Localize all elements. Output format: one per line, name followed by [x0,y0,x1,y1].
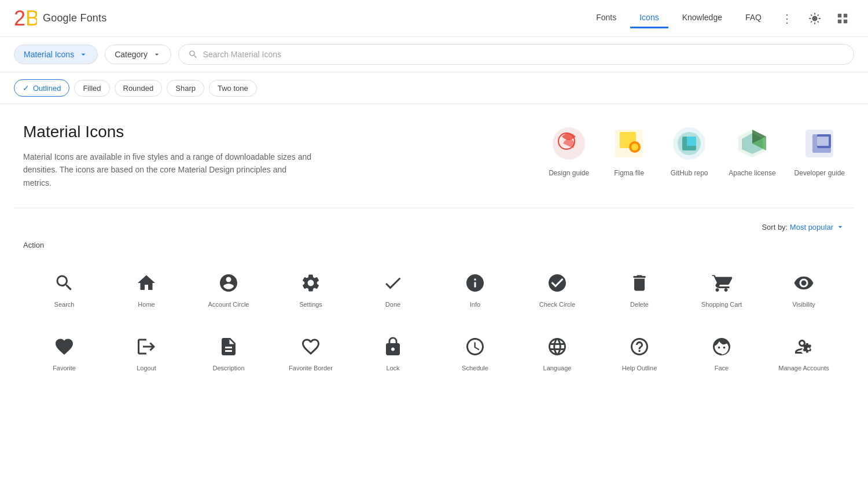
icon-logout[interactable]: Logout [105,327,187,386]
github-repo-label: GitHub repo [671,169,708,177]
icon-favorite-label: Favorite [53,364,76,372]
category-heading: Action [23,241,845,249]
developer-guide-label: Developer guide [795,169,845,177]
search-input[interactable] [203,50,844,59]
chip-outlined-label: Outlined [33,84,61,93]
nav-fonts[interactable]: Fonts [587,8,626,28]
icon-shopping-cart[interactable]: Shopping Cart [681,263,763,322]
logo-text: Google Fonts [43,12,106,24]
check-icon: ✓ [23,83,30,93]
lock-icon [382,336,403,357]
more-icon[interactable]: ⋮ [775,7,799,30]
settings-icon [300,273,321,293]
header-icons: ⋮ [775,7,854,30]
favorite-icon [54,336,75,357]
sort-chevron-icon [836,222,845,231]
icon-check-circle[interactable]: Check Circle [516,263,598,322]
chip-sharp[interactable]: Sharp [167,80,204,97]
nav-icons[interactable]: Icons [630,8,668,28]
sort-value: Most popular [790,223,833,231]
icon-search-label: Search [54,300,75,308]
svg-text:2B: 2B [14,7,37,30]
icon-language-label: Language [543,364,572,372]
chip-rounded[interactable]: Rounded [115,80,163,97]
category-dropdown[interactable]: Category [105,45,171,64]
language-icon [547,336,568,357]
github-repo-icon [668,123,710,164]
icon-face[interactable]: Face [681,327,763,386]
icon-schedule[interactable]: Schedule [434,327,516,386]
icon-language[interactable]: Language [516,327,598,386]
icon-info[interactable]: Info [434,263,516,322]
nav-faq[interactable]: FAQ [736,8,771,28]
banner-section: Material Icons Material Icons are availa… [0,104,868,208]
theme-icon[interactable] [803,7,826,30]
icon-description[interactable]: Description [187,327,270,386]
icon-schedule-label: Schedule [462,364,488,372]
search-bar[interactable] [178,44,854,65]
icon-settings[interactable]: Settings [270,263,352,322]
header: 2B Google Fonts Fonts Icons Knowledge FA… [0,0,868,37]
chip-outlined[interactable]: ✓ Outlined [14,79,69,97]
home-icon [136,273,157,293]
category-label: Category [115,50,148,59]
design-guide-link[interactable]: Design guide [548,123,590,177]
icon-visibility[interactable]: Visibility [763,263,845,322]
done-icon [382,273,403,293]
banner-title: Material Icons [23,123,312,141]
figma-file-icon [608,123,650,164]
icon-settings-label: Settings [299,300,322,308]
icons-section: Sort by: Most popular Action Search Home… [0,208,868,400]
github-repo-link[interactable]: GitHub repo [668,123,710,177]
icon-favorite-border[interactable]: Favorite Border [270,327,352,386]
shopping-cart-icon [711,273,732,293]
svg-rect-18 [817,137,829,146]
apache-license-link[interactable]: Apache license [729,123,775,177]
icon-help-outline-label: Help Outline [622,364,657,372]
icon-done[interactable]: Done [352,263,434,322]
icons-grid-row2: Favorite Logout Description Favorite Bor… [23,327,845,386]
search-icon [188,49,198,60]
chip-rounded-label: Rounded [123,84,154,93]
icon-account-circle[interactable]: Account Circle [187,263,270,322]
favorite-border-icon [300,336,321,357]
chip-filled-label: Filled [83,84,101,93]
figma-file-link[interactable]: Figma file [608,123,650,177]
apache-license-icon [731,123,773,164]
icon-manage-accounts[interactable]: Manage Accounts [763,327,845,386]
material-icons-label: Material Icons [24,50,74,59]
logo-area: 2B Google Fonts [14,7,106,30]
delete-icon [629,273,650,293]
chip-twotone[interactable]: Two tone [209,80,257,97]
face-icon [711,336,732,357]
search-icon [54,273,75,293]
nav-knowledge[interactable]: Knowledge [673,8,731,28]
icon-home[interactable]: Home [105,263,187,322]
design-guide-icon [548,123,590,164]
figma-file-label: Figma file [614,169,644,177]
sort-bar: Sort by: Most popular [23,222,845,231]
sort-label: Sort by: [762,223,788,231]
svg-rect-10 [687,137,696,146]
icon-delete-label: Delete [630,300,649,308]
icon-info-label: Info [470,300,480,308]
icon-favorite[interactable]: Favorite [23,327,105,386]
icon-check-circle-label: Check Circle [539,300,575,308]
icon-search[interactable]: Search [23,263,105,322]
grid-view-icon[interactable] [831,7,854,30]
info-icon [465,273,486,293]
developer-guide-link[interactable]: Developer guide [795,123,845,177]
banner-links: Design guide Figma file [548,123,845,177]
apache-license-label: Apache license [729,169,775,177]
google-logo-icon: 2B [14,7,37,30]
icon-help-outline[interactable]: Help Outline [598,327,681,386]
description-icon [218,336,239,357]
material-icons-dropdown[interactable]: Material Icons [14,45,98,64]
icon-lock[interactable]: Lock [352,327,434,386]
chip-filled[interactable]: Filled [74,80,109,97]
icon-delete[interactable]: Delete [598,263,681,322]
icon-home-label: Home [138,300,155,308]
chip-twotone-label: Two tone [218,84,248,93]
sort-dropdown[interactable]: Most popular [790,222,845,231]
chip-sharp-label: Sharp [175,84,196,93]
